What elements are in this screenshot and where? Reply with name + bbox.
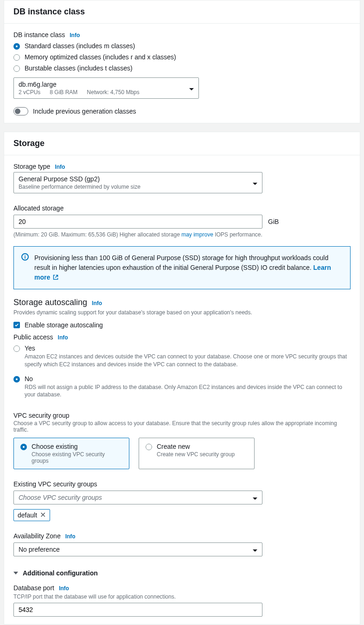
db-instance-class-title: DB instance class [13,7,351,17]
panel-body: Storage type Info General Purpose SSD (g… [4,155,360,624]
security-group-chip-default[interactable]: default ✕ [13,509,50,521]
radio-label: Burstable classes (includes t classes) [25,64,133,72]
existing-vpc-sg-label: Existing VPC security groups [13,480,351,488]
public-access-label: Public access [13,333,53,341]
info-link[interactable]: Info [59,585,69,592]
select-secondary: Baseline performance determined by volum… [19,184,248,190]
db-instance-class-panel: DB instance class DB instance class Info… [4,0,360,123]
db-instance-class-label: DB instance class [13,31,65,38]
storage-autoscaling-desc: Provides dynamic scaling support for you… [13,309,351,316]
info-link[interactable]: Info [65,533,76,540]
allocated-storage-helper: (Minimum: 20 GiB. Maximum: 65,536 GiB) H… [13,231,351,238]
radio-icon [20,444,27,450]
chip-label: default [18,511,37,519]
panel-body: DB instance class Info Standard classes … [4,24,360,123]
select-primary: db.m6g.large [19,81,185,88]
existing-vpc-sg-select[interactable]: Choose VPC security groups [13,491,262,504]
allocated-storage-unit: GiB [268,218,279,225]
info-link[interactable]: Info [58,334,68,341]
select-primary: No preference [19,546,248,553]
radio-label: Yes [25,344,351,352]
toggle-label: Include previous generation classes [33,108,136,115]
database-port-input[interactable] [13,603,262,617]
storage-type-select[interactable]: General Purpose SSD (gp2) Baseline perfo… [13,172,262,193]
radio-memory-optimized-classes[interactable]: Memory optimized classes (includes r and… [13,51,351,63]
chevron-down-icon [253,546,257,553]
close-icon[interactable]: ✕ [40,511,46,519]
card-desc: Create new VPC security group [157,451,235,458]
radio-public-access-yes[interactable]: Yes Amazon EC2 instances and devices out… [13,343,351,370]
database-port-desc: TCP/IP port that the database will use f… [13,593,351,600]
additional-configuration-toggle[interactable]: Additional configuration [13,569,351,577]
allocated-storage-input[interactable] [13,215,262,229]
radio-standard-classes[interactable]: Standard classes (includes m classes) [13,40,351,51]
radio-icon [13,376,20,383]
radio-public-access-no[interactable]: No RDS will not assign a public IP addre… [13,373,351,401]
select-placeholder: Choose VPC security groups [19,494,248,501]
checkbox-label: Enable storage autoscaling [25,321,103,329]
option-create-new[interactable]: Create new Create new VPC security group [139,438,255,469]
storage-title: Storage [13,139,351,148]
card-label: Choose existing [32,443,122,450]
panel-header: Storage [4,132,360,155]
info-link[interactable]: Info [55,164,65,170]
chevron-down-icon [253,179,257,186]
radio-icon [146,444,152,450]
allocated-storage-label: Allocated storage [13,204,64,212]
radio-label: Memory optimized classes (includes r and… [25,53,176,61]
panel-header: DB instance class [4,0,360,24]
chevron-down-icon [253,494,257,501]
chevron-down-icon [189,84,194,92]
helper-text: (Minimum: 20 GiB. Maximum: 65,536 GiB) H… [13,231,181,238]
option-choose-existing[interactable]: Choose existing Choose existing VPC secu… [13,438,129,469]
radio-desc: RDS will not assign a public IP address … [25,383,351,399]
availability-zone-select[interactable]: No preference [13,542,262,556]
radio-icon [13,65,20,72]
info-link[interactable]: Info [92,300,102,306]
additional-configuration-title: Additional configuration [23,569,98,577]
storage-warning-alert: i Provisioning less than 100 GiB of Gene… [13,246,351,289]
availability-zone-label: Availability Zone [13,532,61,540]
radio-icon [13,43,20,50]
db-instance-class-select[interactable]: db.m6g.large 2 vCPUs 8 GiB RAM Network: … [13,77,199,99]
radio-desc: Amazon EC2 instances and devices outside… [25,353,351,369]
card-label: Create new [157,443,235,450]
chevron-down-icon [13,572,18,574]
card-desc: Choose existing VPC security groups [32,451,122,464]
radio-label: Standard classes (includes m classes) [25,42,135,50]
vpc-security-group-desc: Choose a VPC security group to allow acc… [13,420,351,433]
radio-icon [13,54,20,61]
checkbox-icon [13,322,20,328]
storage-type-label: Storage type [13,163,50,170]
info-link[interactable]: Info [70,32,80,38]
enable-storage-autoscaling-checkbox-row[interactable]: Enable storage autoscaling [13,321,351,329]
external-link-icon [53,273,58,279]
radio-icon [13,345,20,352]
info-icon: i [21,253,29,261]
alert-text: Provisioning less than 100 GiB of Genera… [34,253,343,282]
database-port-label: Database port [13,584,54,592]
alert-message: Provisioning less than 100 GiB of Genera… [34,254,328,271]
radio-burstable-classes[interactable]: Burstable classes (includes t classes) [13,63,351,74]
select-primary: General Purpose SSD (gp2) [19,175,248,183]
include-previous-generation-toggle[interactable] [13,107,28,115]
storage-autoscaling-title: Storage autoscaling [13,298,87,307]
radio-label: No [25,375,351,383]
may-improve-link[interactable]: may improve [181,231,213,238]
select-secondary: 2 vCPUs 8 GiB RAM Network: 4,750 Mbps [19,89,185,96]
storage-panel: Storage Storage type Info General Purpos… [4,132,360,625]
helper-text: IOPS performance. [213,231,262,238]
vpc-security-group-label: VPC security group [13,412,351,419]
